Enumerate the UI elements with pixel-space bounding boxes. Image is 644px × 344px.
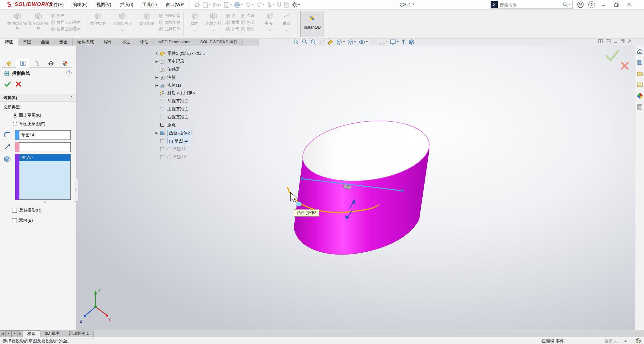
next-tab-button[interactable]: [11, 330, 17, 337]
doc-minimize-icon[interactable]: [613, 39, 618, 45]
menu-insert[interactable]: 插入(I): [119, 1, 134, 8]
tree-item-history[interactable]: ▶ 历史记录: [154, 57, 205, 65]
view-cube-icon[interactable]: [408, 39, 415, 45]
user-account-icon[interactable]: [577, 1, 584, 8]
tab-evaluate[interactable]: 评估: [135, 39, 154, 46]
swept-boss-button[interactable]: 扫描: [50, 13, 81, 18]
feature-manager-tab[interactable]: [2, 59, 16, 68]
apply-scene-icon[interactable]: [379, 39, 388, 45]
tree-item-sketch12[interactable]: (-) 草图12: [154, 153, 205, 161]
tree-item-sketch14[interactable]: (-) 草图14: [154, 137, 205, 145]
lofted-cut-button[interactable]: 放样切除: [159, 19, 180, 25]
home-button[interactable]: [194, 1, 201, 8]
shell-button[interactable]: 抽壳: [225, 26, 239, 32]
file-explorer-icon[interactable]: [637, 70, 643, 78]
zoom-to-fit-icon[interactable]: [293, 39, 299, 45]
doc-restore-icon[interactable]: [620, 39, 625, 45]
help-button[interactable]: ?: [588, 1, 595, 8]
design-library-icon[interactable]: [637, 59, 643, 67]
search-options-dropdown[interactable]: [569, 4, 571, 5]
pm-help-icon[interactable]: ?: [66, 70, 72, 75]
view-settings-icon[interactable]: [390, 39, 399, 45]
status-globe-icon[interactable]: [635, 338, 641, 344]
graphics-viewport[interactable]: Y X Z 凸台-拉伸2 ▼ 零件1 (默认) <<默... ▶: [76, 46, 644, 330]
tree-item-material[interactable]: 材质 <未指定>: [154, 89, 205, 97]
previous-view-icon[interactable]: [310, 39, 317, 45]
open-button[interactable]: [212, 1, 222, 8]
reverse-projection-checkbox[interactable]: 反转投影(R): [12, 207, 41, 213]
tree-item-annotations[interactable]: ▶ 注解: [154, 73, 205, 81]
linear-pattern-button[interactable]: 线性阵列: [203, 11, 224, 31]
boundary-boss-button[interactable]: 边界凸台/基体: [50, 26, 81, 32]
previous-tab-button[interactable]: [6, 330, 11, 337]
radio-sketch-on-faces[interactable]: 面上草图(K): [13, 112, 41, 118]
new-document-button[interactable]: [202, 1, 211, 8]
appearances-scenes-icon[interactable]: [637, 93, 643, 100]
edit-appearance-icon[interactable]: [370, 39, 376, 45]
revolved-cut-button[interactable]: 旋转切除: [136, 11, 157, 30]
mirror-button[interactable]: 镜向: [240, 26, 254, 32]
close-button[interactable]: [625, 1, 633, 8]
extruded-cut-button[interactable]: 拉伸切除: [87, 11, 108, 30]
view-palette-icon[interactable]: [637, 82, 643, 89]
view-orientation-icon[interactable]: [336, 39, 345, 45]
tree-item-boss-extrude2[interactable]: ▶ 凸台-拉伸2: [154, 129, 205, 137]
boundary-cut-button[interactable]: 边界切除: [159, 26, 180, 32]
panel-splitter-handle[interactable]: [75, 179, 78, 202]
tree-item-sketch11[interactable]: (-) 草图11: [154, 145, 205, 153]
swept-cut-button[interactable]: 扫描切除: [159, 13, 180, 18]
menu-edit[interactable]: 编辑(E): [72, 1, 88, 8]
menu-view[interactable]: 视图(V): [96, 1, 112, 8]
undo-button[interactable]: [245, 1, 254, 8]
instant3d-button[interactable]: Instant3D: [300, 11, 324, 37]
rib-button[interactable]: 筋: [225, 13, 239, 18]
tree-item-front-plane[interactable]: 前视基准面: [154, 97, 205, 105]
tree-item-part-root[interactable]: ▼ 零件1 (默认) <<默...: [154, 49, 205, 57]
expander-icon[interactable]: ▶: [154, 60, 159, 63]
dimxpert-manager-tab[interactable]: [44, 59, 58, 68]
curves-button[interactable]: 曲线: [279, 11, 294, 31]
redo-button[interactable]: [255, 1, 265, 8]
extruded-boss-button[interactable]: 拉伸凸台/基体: [7, 11, 28, 30]
expander-icon[interactable]: ▶: [154, 83, 159, 87]
tab-structure-system[interactable]: 结构系统: [73, 39, 99, 46]
pm-ok-button[interactable]: [4, 81, 11, 89]
first-tab-button[interactable]: [0, 330, 6, 337]
wrap-button[interactable]: 包覆: [240, 13, 254, 18]
revolved-boss-button[interactable]: 旋转凸台/基体: [28, 11, 49, 30]
radio-icon[interactable]: [13, 122, 17, 126]
tab-mbd-dimensions[interactable]: MBD Dimensions: [154, 39, 195, 46]
tree-item-right-plane[interactable]: 右视基准面: [154, 113, 205, 121]
draft-button[interactable]: 拔模: [225, 19, 239, 25]
3d-drawing-view-icon[interactable]: [401, 39, 406, 45]
tab-surfaces[interactable]: 曲面: [36, 39, 54, 46]
tab-sketch[interactable]: 草图: [18, 39, 36, 46]
face-list-item[interactable]: 面<1>: [19, 154, 70, 161]
radio-icon[interactable]: [13, 113, 17, 118]
tree-item-origin[interactable]: 原点: [154, 121, 205, 129]
select-button[interactable]: [266, 1, 275, 8]
status-custom-dropdown[interactable]: 自定义: [604, 338, 617, 344]
solidworks-resources-icon[interactable]: [637, 48, 643, 56]
menu-tools[interactable]: 工具(T): [141, 1, 157, 8]
property-manager-tab[interactable]: [16, 59, 30, 68]
hole-wizard-button[interactable]: 异型孔向导: [108, 11, 136, 31]
pm-cancel-button[interactable]: [15, 81, 22, 88]
display-style-icon[interactable]: [347, 39, 356, 45]
radio-sketch-on-sketch[interactable]: 草图上草图(E): [13, 121, 45, 127]
tree-item-solid-bodies[interactable]: ▶ 实体(1): [154, 81, 205, 89]
lofted-boss-button[interactable]: 放样凸台/基体: [50, 19, 81, 25]
tree-item-sensors[interactable]: 传感器: [154, 65, 205, 73]
hide-show-items-icon[interactable]: [358, 39, 368, 45]
search-input[interactable]: [498, 3, 562, 7]
display-manager-tab[interactable]: [58, 59, 72, 68]
save-button[interactable]: [223, 2, 232, 8]
checkbox-icon[interactable]: [12, 218, 17, 223]
search-icon[interactable]: [562, 2, 568, 8]
reference-geometry-button[interactable]: 参考...: [261, 11, 279, 31]
options-button[interactable]: [291, 1, 300, 8]
bidirectional-checkbox[interactable]: 双向(B): [12, 218, 33, 223]
measure-icon[interactable]: [327, 39, 334, 45]
pm-selection-group-header[interactable]: 选择(S) ⌃: [0, 94, 76, 102]
zoom-to-area-icon[interactable]: [302, 39, 308, 45]
